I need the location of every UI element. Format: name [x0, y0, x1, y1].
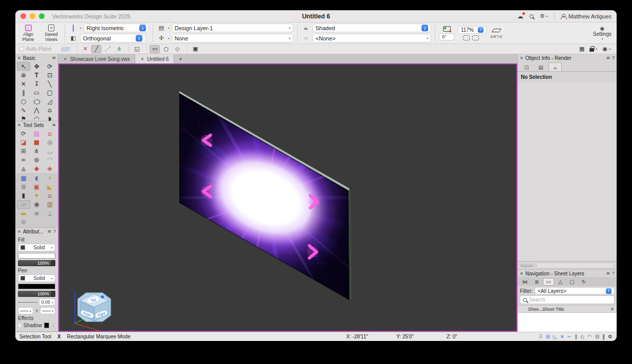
window-panes-icon[interactable]: ▦	[579, 46, 584, 52]
camera-tool[interactable]: ◉	[30, 200, 44, 209]
fit-to-objects-icon[interactable]	[463, 35, 470, 40]
lighting-instrument-tool[interactable]: ◖	[30, 174, 44, 182]
layer-scale-button[interactable]: 1/4"=1'	[490, 28, 503, 39]
line-weight-dropdown[interactable]: 0.05▾	[39, 298, 55, 306]
screen-object[interactable]	[175, 89, 355, 304]
render-mode-dropdown[interactable]: Shaded▴▾	[312, 24, 431, 32]
window-tool[interactable]: ▱	[17, 200, 30, 209]
search-input[interactable]	[529, 297, 612, 303]
line-style-end-dropdown[interactable]: ▾	[40, 307, 55, 314]
close-icon[interactable]: ✕	[520, 56, 523, 60]
single-select-mode[interactable]: ╱	[91, 45, 101, 53]
menu-icon[interactable]: ≡	[52, 55, 56, 60]
help-button[interactable]: ◉▾	[602, 46, 610, 52]
menu-icon[interactable]: ≡	[47, 229, 51, 234]
video-screen-tool[interactable]: ▦	[17, 174, 30, 182]
close-icon[interactable]: ✕	[17, 123, 21, 127]
column-tool[interactable]: ⌂	[43, 129, 56, 138]
surface-tool[interactable]: ◡	[43, 146, 56, 155]
pan-tool[interactable]: ✥	[30, 62, 44, 71]
class-dropdown[interactable]: None▾	[172, 34, 293, 42]
menu-icon[interactable]: ≡	[606, 271, 610, 276]
close-icon[interactable]: ✕	[520, 271, 523, 276]
cone-tool[interactable]: ▲	[17, 164, 30, 173]
wall-tool[interactable]: ▤	[30, 129, 44, 138]
working-plane-tool[interactable]: ⋔	[30, 146, 44, 155]
fixture-tool[interactable]: ✦	[30, 191, 44, 200]
snap-smart-edge-toggle[interactable]: ⌐	[567, 334, 572, 339]
tab-viewports[interactable]: ▢	[566, 278, 578, 286]
tape-measure-tool[interactable]: ▬	[17, 209, 30, 218]
extrude-tool[interactable]: ■	[30, 138, 44, 146]
cylinder-tool[interactable]: ◎	[43, 138, 56, 146]
pause-snapping-button[interactable]: ‖	[602, 334, 605, 339]
power-tool[interactable]: ⚡	[43, 174, 56, 182]
rounded-rectangle-tool[interactable]: ▢	[43, 88, 56, 97]
help-icon[interactable]: ?	[53, 229, 56, 234]
pen-color-bar[interactable]	[18, 284, 55, 289]
crate-tool[interactable]: ▥	[43, 200, 56, 209]
multi-select-mode[interactable]: ⋰	[102, 45, 113, 53]
saved-views-button[interactable]: ⊙ Saved Views	[41, 25, 61, 42]
snap-object-toggle[interactable]: ⊞	[545, 334, 550, 339]
hardware-tool[interactable]: ⊥	[43, 209, 56, 218]
view-bar-settings-button[interactable]: ◉ Settings ▾	[593, 26, 614, 40]
shadow-options-button[interactable]: ⋮	[51, 323, 55, 328]
close-tab-icon[interactable]: ✕	[64, 57, 67, 61]
background-render-dropdown[interactable]: <None>▾	[312, 34, 431, 42]
flyover-tool[interactable]: ⟳	[17, 129, 30, 138]
search-field[interactable]	[520, 295, 615, 304]
slider-handle[interactable]: ⋮	[51, 291, 55, 297]
oval-tool[interactable]: ○	[28, 97, 46, 105]
solid-subtract-tool[interactable]: ◈	[43, 164, 56, 173]
auto-plane-checkbox[interactable]	[19, 47, 24, 51]
snap-grid-toggle[interactable]: ⠿	[539, 334, 542, 339]
snap-angle-toggle[interactable]: ◺	[553, 334, 557, 339]
tab-showcase-love-song[interactable]: ✕ Showcase Love Song.vwx	[58, 54, 135, 63]
help-icon[interactable]: ?	[612, 55, 615, 60]
fit-to-page-icon[interactable]	[472, 35, 479, 40]
fill-opacity-slider[interactable]: 100%⋮	[18, 260, 55, 266]
selection-tool[interactable]: ↖	[17, 62, 30, 71]
drawing-canvas[interactable]: Z x Top	[58, 63, 517, 332]
close-icon[interactable]: ✕	[17, 229, 21, 234]
close-window-button[interactable]	[20, 13, 26, 19]
close-icon[interactable]: ✕	[17, 56, 21, 60]
lift-tool[interactable]: ◣	[43, 182, 56, 191]
cloud-notification-icon[interactable]: ☁	[517, 13, 523, 20]
align-plane-button[interactable]: ↓ Align Plane	[18, 25, 38, 42]
snap-distance-toggle[interactable]: ∥	[575, 334, 577, 339]
new-tab-button[interactable]: +	[174, 54, 186, 63]
snap-toggle-mode[interactable]: ✕	[80, 45, 90, 53]
net-select-mode[interactable]: ▣	[190, 45, 200, 53]
minimize-window-button[interactable]	[30, 13, 35, 19]
tab-classes[interactable]: △	[555, 278, 566, 286]
link-markers-icon[interactable]: ∞	[34, 309, 39, 313]
layer-reference-icon[interactable]	[443, 26, 451, 32]
filter-dropdown[interactable]: <All Layers>▴▾	[535, 287, 615, 294]
line-style-start-dropdown[interactable]: ▾	[18, 307, 33, 314]
text-tool[interactable]: T	[30, 71, 44, 79]
menu-icon[interactable]: ≡	[606, 55, 610, 60]
zoom-tool[interactable]: ⊕	[17, 71, 30, 79]
tab-render[interactable]: ☕	[549, 62, 562, 71]
snap-tangent-toggle[interactable]: ◇	[580, 334, 584, 339]
door-tool[interactable]: ▮	[17, 191, 30, 200]
polygon-marquee-mode[interactable]: ◇	[172, 45, 182, 53]
mesh-tool[interactable]: ⊞	[17, 146, 30, 155]
view-cube[interactable]: Z x Top	[68, 284, 117, 332]
search-icon[interactable]	[530, 14, 534, 18]
callout-tool[interactable]: ⊡	[43, 71, 56, 79]
license-lock-button[interactable]: ▾	[589, 46, 597, 52]
truss-tool[interactable]: ≡	[30, 209, 44, 218]
polygon-tool[interactable]: ⌂	[43, 105, 56, 114]
seating-tool[interactable]: ≣	[17, 182, 30, 191]
close-tab-icon[interactable]: ✕	[140, 57, 144, 61]
dome-tool[interactable]: ◗	[43, 114, 56, 121]
rectangle-tool[interactable]: ▭	[30, 88, 44, 97]
planar-mode[interactable]: ⋔	[114, 45, 124, 53]
help-icon[interactable]: ?	[612, 271, 615, 276]
machine-tool[interactable]: ⚙	[17, 218, 30, 227]
tab-connections[interactable]: ⋈	[519, 278, 531, 286]
sphere-tool[interactable]: ●	[30, 155, 44, 164]
